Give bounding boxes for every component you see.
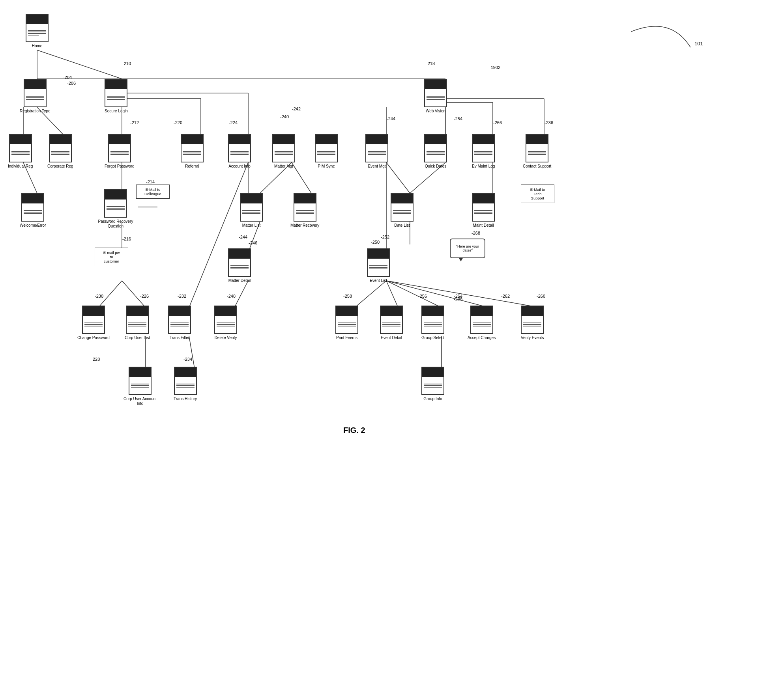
svg-line-22	[234, 281, 248, 308]
bubble-here-dates: "Here are your dates"	[450, 239, 485, 258]
ref-1902: -1902	[489, 65, 500, 70]
label-trans-history: Trans History	[174, 397, 197, 401]
label-event-detail: Event Detail	[381, 336, 402, 340]
icon-referral	[181, 134, 204, 162]
node-contact-support: Contact Support	[523, 134, 551, 169]
label-ev-maint-log: Ev Maint Log	[472, 164, 495, 169]
ref-230: -230	[95, 294, 103, 298]
node-matter-list: Matter List	[240, 193, 263, 228]
node-referral: Referral	[181, 134, 204, 169]
label-home: Home	[32, 44, 43, 48]
ref-212: -212	[130, 120, 139, 125]
icon-event-detail	[380, 306, 403, 334]
svg-line-36	[386, 281, 442, 308]
node-home: Home	[26, 14, 49, 48]
ref-204: -204	[63, 75, 72, 80]
ref-218: -218	[426, 61, 435, 66]
label-web-vision: Web Vision	[426, 109, 445, 114]
node-change-pw: Change Password	[77, 306, 110, 340]
icon-quick-dates	[424, 134, 447, 162]
node-corp-user-list: Corp User List	[125, 306, 150, 340]
ref-232: -232	[178, 294, 186, 298]
node-matter-mgt: Matter Mgt	[272, 134, 295, 169]
node-forgot-pw: Forgot Password	[105, 134, 135, 169]
node-corp-reg: Corporate Reg	[47, 134, 73, 169]
icon-pw-recovery	[104, 189, 127, 218]
ref-238: -238	[454, 296, 462, 301]
ref-260: -260	[537, 294, 545, 298]
label-quick-dates: Quick Dates	[425, 164, 446, 169]
label-welcome: Welcome/Error	[20, 223, 46, 228]
node-pim-sync: PIM Sync	[315, 134, 338, 169]
ref-258: -258	[343, 294, 352, 298]
svg-line-2	[37, 50, 122, 79]
node-corp-user-account: Corp User Account Info	[122, 367, 158, 406]
node-ev-maint-log: Ev Maint Log	[472, 134, 495, 169]
icon-maint-detail	[472, 193, 495, 222]
label-print-events: Print Events	[336, 336, 357, 340]
icon-delete-verify	[214, 306, 237, 334]
ref-210: -210	[122, 61, 131, 66]
box-email-colleague: E-Mail toColleague	[136, 185, 170, 199]
ref-252: -252	[381, 235, 389, 239]
svg-line-34	[355, 281, 386, 308]
ref-228: 228	[93, 357, 100, 362]
label-group-info: Group Info	[423, 397, 442, 401]
icon-matter-recovery	[294, 193, 316, 222]
icon-home	[26, 14, 49, 42]
icon-reg-type	[24, 79, 47, 107]
label-date-list: Date List	[394, 223, 410, 228]
icon-web-vision	[424, 79, 447, 107]
node-maint-detail: Maint Detail	[472, 193, 495, 228]
icon-corp-user-account	[129, 367, 152, 395]
ref-268: -268	[472, 231, 480, 235]
node-accept-charges: Accept Charges	[468, 306, 496, 340]
ref-248: -248	[227, 294, 236, 298]
label-contact-support: Contact Support	[523, 164, 551, 169]
label-event-mgt: Event Mgt	[368, 164, 385, 169]
label-accept-charges: Accept Charges	[468, 336, 496, 340]
icon-welcome	[21, 193, 44, 222]
label-maint-detail: Maint Detail	[473, 223, 494, 228]
icon-matter-detail	[228, 248, 251, 277]
node-pw-recovery: Password Recovery Question	[98, 189, 133, 229]
label-forgot-pw: Forgot Password	[105, 164, 135, 169]
node-welcome: Welcome/Error	[20, 193, 46, 228]
ref-236: -236	[544, 120, 553, 125]
node-here-dates: "Here are your dates"	[450, 239, 485, 258]
label-corp-reg: Corporate Reg	[47, 164, 73, 169]
ref-250: -250	[371, 240, 380, 244]
label-matter-recovery: Matter Recovery	[290, 223, 319, 228]
node-group-select: Group Select	[421, 306, 444, 340]
label-matter-detail: Matter Detail	[228, 278, 251, 283]
ref-262: -262	[501, 294, 510, 298]
icon-date-list	[391, 193, 414, 222]
label-corp-user-account: Corp User Account Info	[122, 397, 158, 406]
label-pim-sync: PIM Sync	[318, 164, 335, 169]
node-trans-filter: Trans Filter	[168, 306, 191, 340]
ref-242: -242	[292, 106, 301, 111]
ref-224: -224	[229, 120, 238, 125]
icon-matter-mgt	[272, 134, 295, 162]
node-email-tech: E-Mail toTechSupport	[521, 185, 554, 203]
icon-event-list	[367, 248, 390, 277]
icon-secure-login	[105, 79, 127, 107]
icon-event-mgt	[365, 134, 388, 162]
icon-print-events	[335, 306, 358, 334]
icon-corp-user-list	[126, 306, 149, 334]
ref-234: -234	[183, 357, 192, 362]
svg-line-35	[386, 281, 398, 308]
ref-240: -240	[280, 114, 289, 119]
icon-header	[26, 15, 48, 24]
node-matter-recovery: Matter Recovery	[290, 193, 319, 228]
node-print-events: Print Events	[335, 306, 358, 340]
node-indiv-reg: Individual Reg	[8, 134, 33, 169]
icon-trans-history	[174, 367, 197, 395]
icon-accept-charges	[470, 306, 493, 334]
box-email-pw: E-mail pwtocustomer	[95, 248, 128, 266]
icon-pim-sync	[315, 134, 338, 162]
node-matter-detail: Matter Detail	[228, 248, 251, 283]
node-account-info: Account Info	[228, 134, 251, 169]
label-change-pw: Change Password	[77, 336, 110, 340]
ref-214: -214	[146, 179, 155, 184]
